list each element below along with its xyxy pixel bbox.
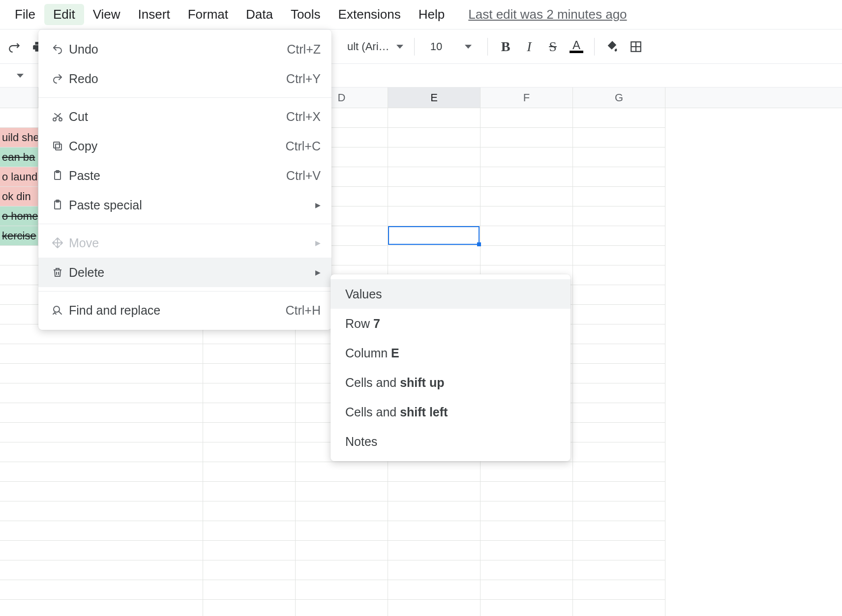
cell[interactable] bbox=[0, 580, 38, 600]
cell[interactable] bbox=[481, 600, 573, 616]
text-color-button[interactable]: A bbox=[566, 36, 587, 58]
font-family-select[interactable]: ult (Ari… bbox=[343, 40, 407, 53]
cell[interactable] bbox=[203, 442, 296, 462]
cell[interactable] bbox=[481, 128, 573, 147]
submenu-item[interactable]: Cells and shift left bbox=[331, 397, 571, 427]
cell[interactable] bbox=[0, 324, 38, 344]
cell[interactable] bbox=[388, 501, 481, 521]
cell[interactable] bbox=[0, 344, 38, 364]
menu-item-paste-special[interactable]: Paste special▶ bbox=[38, 190, 331, 220]
cell[interactable] bbox=[296, 560, 388, 580]
cell[interactable] bbox=[38, 442, 203, 462]
cell[interactable] bbox=[38, 600, 203, 616]
cell[interactable]: uild she bbox=[0, 128, 38, 147]
menu-item-cut[interactable]: CutCtrl+X bbox=[38, 102, 331, 131]
cell[interactable] bbox=[203, 403, 296, 423]
cell[interactable] bbox=[388, 147, 481, 167]
cell[interactable] bbox=[388, 108, 481, 128]
cell[interactable] bbox=[296, 521, 388, 541]
cell[interactable] bbox=[573, 423, 665, 442]
name-box-dropdown[interactable] bbox=[0, 74, 34, 78]
column-header[interactable]: E bbox=[388, 88, 481, 108]
cell[interactable] bbox=[388, 128, 481, 147]
cell[interactable] bbox=[0, 501, 38, 521]
cell[interactable] bbox=[0, 403, 38, 423]
cell[interactable] bbox=[38, 423, 203, 442]
menu-item-copy[interactable]: CopyCtrl+C bbox=[38, 131, 331, 161]
cell[interactable] bbox=[38, 364, 203, 383]
cell[interactable] bbox=[481, 167, 573, 187]
cell[interactable] bbox=[573, 560, 665, 580]
strikethrough-button[interactable]: S bbox=[542, 36, 564, 58]
cell[interactable] bbox=[573, 167, 665, 187]
cell[interactable] bbox=[0, 521, 38, 541]
cell[interactable] bbox=[481, 501, 573, 521]
cell[interactable] bbox=[0, 285, 38, 305]
cell[interactable] bbox=[38, 521, 203, 541]
cell[interactable] bbox=[296, 541, 388, 560]
cell[interactable] bbox=[388, 521, 481, 541]
cell[interactable] bbox=[388, 187, 481, 206]
cell[interactable] bbox=[203, 423, 296, 442]
menu-edit[interactable]: Edit bbox=[44, 4, 84, 25]
cell[interactable] bbox=[573, 403, 665, 423]
cell[interactable] bbox=[481, 206, 573, 226]
borders-button[interactable] bbox=[625, 36, 647, 58]
cell[interactable] bbox=[38, 482, 203, 501]
cell[interactable] bbox=[388, 600, 481, 616]
cell[interactable] bbox=[0, 560, 38, 580]
cell[interactable] bbox=[388, 462, 481, 482]
cell[interactable] bbox=[203, 521, 296, 541]
cell[interactable] bbox=[0, 305, 38, 324]
fill-color-button[interactable] bbox=[601, 36, 623, 58]
cell[interactable] bbox=[203, 580, 296, 600]
cell[interactable] bbox=[573, 226, 665, 246]
submenu-item[interactable]: Column E bbox=[331, 338, 571, 368]
last-edit-link[interactable]: Last edit was 2 minutes ago bbox=[468, 7, 627, 22]
cell[interactable] bbox=[38, 462, 203, 482]
cell[interactable] bbox=[573, 324, 665, 344]
cell[interactable] bbox=[481, 187, 573, 206]
menu-tools[interactable]: Tools bbox=[282, 4, 330, 25]
menu-item-redo[interactable]: RedoCtrl+Y bbox=[38, 64, 331, 93]
menu-item-delete[interactable]: Delete▶ bbox=[38, 258, 331, 287]
cell[interactable] bbox=[0, 600, 38, 616]
cell[interactable] bbox=[0, 246, 38, 265]
menu-data[interactable]: Data bbox=[237, 4, 282, 25]
cell[interactable] bbox=[573, 442, 665, 462]
cell[interactable] bbox=[573, 285, 665, 305]
cell[interactable] bbox=[573, 364, 665, 383]
cell[interactable] bbox=[38, 403, 203, 423]
cell[interactable] bbox=[388, 226, 481, 246]
cell[interactable] bbox=[0, 364, 38, 383]
bold-button[interactable]: B bbox=[495, 36, 516, 58]
menu-view[interactable]: View bbox=[84, 4, 129, 25]
cell[interactable] bbox=[481, 560, 573, 580]
cell[interactable] bbox=[0, 442, 38, 462]
cell[interactable] bbox=[481, 246, 573, 265]
cell[interactable] bbox=[296, 501, 388, 521]
cell[interactable] bbox=[481, 521, 573, 541]
column-header[interactable]: G bbox=[573, 88, 665, 108]
cell[interactable]: o laund bbox=[0, 167, 38, 187]
cell[interactable] bbox=[573, 521, 665, 541]
submenu-item[interactable]: Values bbox=[331, 279, 571, 309]
cell[interactable] bbox=[203, 364, 296, 383]
menu-extensions[interactable]: Extensions bbox=[330, 4, 410, 25]
italic-button[interactable]: I bbox=[518, 36, 540, 58]
column-header[interactable]: F bbox=[481, 88, 573, 108]
cell[interactable] bbox=[573, 383, 665, 403]
cell[interactable] bbox=[203, 482, 296, 501]
cell[interactable] bbox=[481, 226, 573, 246]
cell[interactable] bbox=[573, 147, 665, 167]
cell[interactable] bbox=[573, 462, 665, 482]
cell[interactable] bbox=[573, 580, 665, 600]
cell[interactable] bbox=[203, 462, 296, 482]
menu-item-find-and-replace[interactable]: Find and replaceCtrl+H bbox=[38, 295, 331, 325]
cell[interactable] bbox=[388, 167, 481, 187]
cell[interactable] bbox=[0, 482, 38, 501]
cell[interactable] bbox=[38, 501, 203, 521]
cell[interactable] bbox=[0, 383, 38, 403]
cell[interactable] bbox=[573, 206, 665, 226]
cell[interactable] bbox=[573, 482, 665, 501]
